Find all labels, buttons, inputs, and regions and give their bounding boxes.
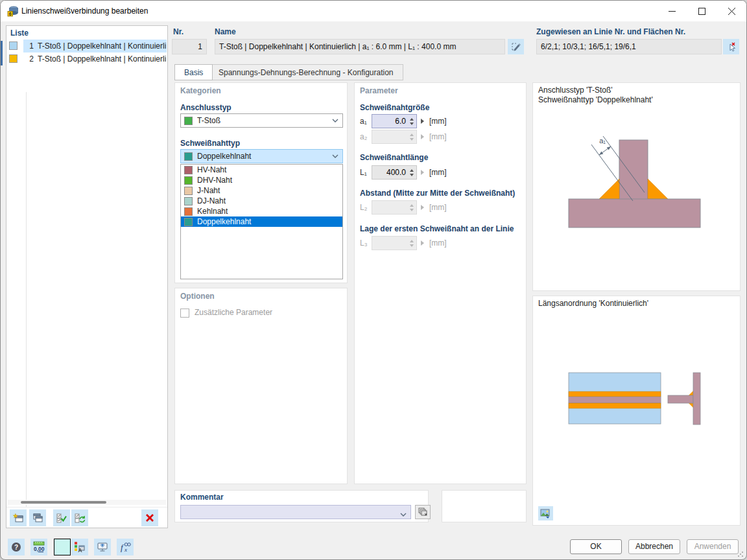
units-icon: 0,00 [32, 541, 45, 554]
item-color-swatch [9, 54, 18, 63]
maximize-button[interactable] [687, 1, 717, 21]
select-objects-button[interactable] [723, 39, 739, 54]
resize-grip[interactable] [737, 550, 744, 557]
close-button[interactable] [717, 1, 746, 21]
l3-spinner [409, 237, 415, 249]
weld-type-option[interactable]: HV-Naht [181, 165, 342, 175]
a1-spinner[interactable] [409, 115, 415, 127]
weld-type-option[interactable]: Kehlnaht [181, 206, 342, 216]
a2-spinner [409, 131, 415, 143]
l3-label: L₃ [360, 239, 372, 248]
joint-preview-title-2: Schweißnahttyp 'Doppelkehlnaht' [538, 95, 653, 105]
save-image-button[interactable] [538, 506, 553, 520]
list-item[interactable]: 1 T-Stoß | Doppelkehlnaht | Kontinuierli… [6, 40, 167, 52]
svg-text:0,00: 0,00 [34, 546, 45, 552]
delete-item-button[interactable] [141, 509, 158, 526]
copy-item-button[interactable] [29, 509, 46, 526]
joint-preview-panel: Anschlusstyp 'T-Stoß' Schweißnahttyp 'Do… [532, 82, 741, 291]
l2-row: L₂ [mm] [360, 200, 447, 215]
arrangement-preview-panel: Längsanordnung 'Kontinuierlich' [532, 296, 741, 526]
parameter-panel: Parameter Schweißnahtgröße a₁ 6.0 [mm] a… [354, 82, 527, 484]
anschlusstyp-combobox[interactable]: T-Stoß [180, 113, 343, 128]
chevron-down-icon [400, 510, 407, 519]
item-color-swatch [9, 41, 18, 50]
a2-unit: [mm] [429, 132, 447, 141]
tab-basis[interactable]: Basis [174, 64, 213, 80]
weld-size-label: Schweißnahtgröße [360, 103, 429, 112]
weld-type-option[interactable]: J-Naht [181, 185, 342, 196]
l1-input[interactable]: 400.0 [372, 165, 417, 180]
invert-selection-button[interactable] [71, 509, 88, 526]
tab-spannungs-dehnungs[interactable]: Spannungs-Dehnungs-Berechnung - Konfigur… [209, 64, 403, 80]
liste-panel: Liste 1 T-Stoß | Doppelkehlnaht | Kontin… [6, 25, 168, 528]
apply-button[interactable]: Anwenden [687, 539, 739, 554]
cancel-button[interactable]: Abbrechen [628, 539, 680, 554]
a1-value: 6.0 [395, 115, 406, 128]
ok-button[interactable]: OK [570, 539, 622, 554]
help-button[interactable]: ? [8, 539, 25, 555]
l1-spinner[interactable] [409, 167, 415, 178]
name-label: Name [215, 27, 236, 36]
kommentar-combobox[interactable] [180, 505, 411, 519]
apply-comment-to-all-button[interactable] [415, 505, 431, 519]
list-item[interactable]: 2 T-Stoß | Doppelkehlnaht | Kontinuierli… [6, 52, 167, 65]
units-settings-button[interactable]: 0,00 [30, 539, 47, 555]
dialog-window: 6 Linienschweißverbindung bearbeiten Lis… [0, 0, 747, 560]
item-number: 1 [23, 40, 34, 52]
invert-selection-icon [74, 512, 86, 524]
l2-input [372, 200, 417, 215]
schweissnahttyp-combobox[interactable]: Doppelkehlnaht [180, 149, 343, 163]
window-title: Linienschweißverbindung bearbeiten [21, 1, 148, 21]
kategorien-header: Kategorien [180, 86, 221, 95]
a2-row: a₂ [mm] [360, 130, 447, 144]
a2-flyout-arrow [421, 134, 424, 139]
optionen-panel: Optionen Zusätzliche Parameter [174, 288, 348, 484]
rendering-button[interactable] [94, 539, 111, 555]
new-item-button[interactable]: ★ [10, 509, 27, 526]
option-color-swatch [184, 218, 193, 226]
l2-label: L₂ [360, 203, 372, 212]
color-swatch-button[interactable] [54, 539, 71, 555]
scrollbar-thumb[interactable] [21, 501, 106, 504]
l3-flyout-arrow [421, 240, 424, 246]
help-icon: ? [10, 541, 22, 553]
a1-label: a₁ [360, 117, 372, 126]
anschlusstyp-label: Anschlusstyp [180, 103, 231, 112]
schweissnahttyp-value: Doppelkehlnaht [197, 152, 332, 161]
arrangement-title: Längsanordnung 'Kontinuierlich' [538, 299, 648, 309]
weld-length-label: Schweißnahtlänge [360, 153, 428, 162]
a1-input[interactable]: 6.0 [372, 114, 417, 128]
anschlusstyp-color-swatch [184, 117, 193, 125]
app-icon: 6 [7, 5, 19, 17]
name-field[interactable]: T-Stoß | Doppelkehlnaht | Kontinuierlich… [215, 39, 505, 54]
checkbox-label: Zusätzliche Parameter [195, 308, 272, 317]
tree-line [26, 92, 27, 520]
spacer-panel [442, 490, 527, 522]
kategorien-panel: Kategorien Anschlusstyp T-Stoß Schweißna… [174, 82, 348, 283]
zusaetzliche-parameter-checkbox[interactable] [180, 309, 189, 318]
a2-input [372, 130, 417, 144]
copy-icon [32, 512, 43, 524]
titlebar: 6 Linienschweißverbindung bearbeiten [1, 1, 746, 21]
weld-type-option[interactable]: DJ-Naht [181, 196, 342, 206]
rename-button[interactable] [508, 39, 524, 54]
monitor-icon [97, 541, 108, 553]
l1-flyout-arrow[interactable] [421, 170, 424, 175]
dock-indicator [1, 41, 3, 65]
formula-view-button[interactable]: f x [117, 539, 134, 555]
weld-type-option-selected[interactable]: Doppelkehlnaht [181, 216, 342, 227]
assigned-label: Zugewiesen an Linie Nr. und Flächen Nr. [536, 27, 685, 36]
select-all-button[interactable] [53, 509, 70, 526]
assigned-field[interactable]: 6/2,1; 10/3,1; 16/5,1; 19/6,1 [536, 39, 722, 54]
new-window-icon: ★ [12, 512, 24, 524]
weld-type-option[interactable]: DHV-Naht [181, 175, 342, 185]
optionen-header: Optionen [180, 292, 215, 301]
option-label: HV-Naht [197, 165, 226, 174]
display-properties-button[interactable] [71, 539, 88, 555]
option-color-swatch [184, 197, 193, 205]
spacing-label: Abstand (Mitte zur Mitte der Schweißnaht… [360, 189, 515, 198]
a1-flyout-arrow[interactable] [421, 119, 424, 124]
horizontal-scrollbar[interactable] [8, 500, 166, 505]
minimize-button[interactable] [657, 1, 687, 21]
l2-unit: [mm] [429, 203, 447, 212]
